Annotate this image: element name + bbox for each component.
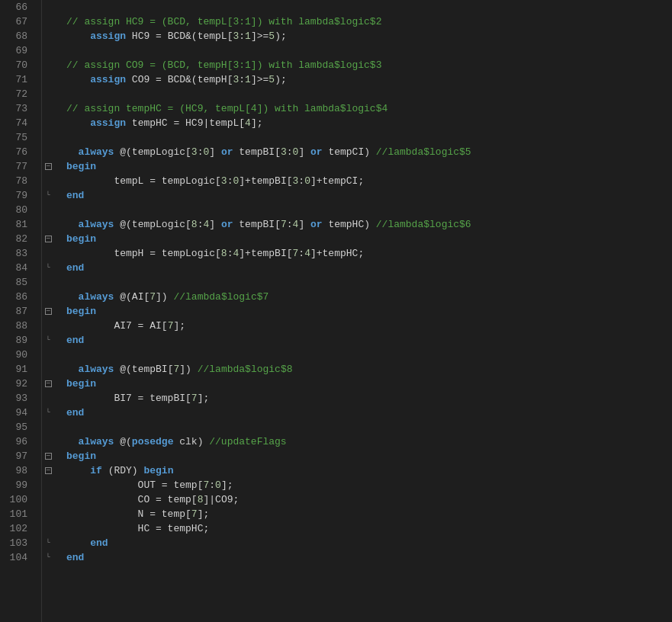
code-line (66, 203, 672, 217)
token-kw: begin (143, 463, 173, 478)
token-plain: [ (185, 145, 191, 159)
token-plain: [ (168, 362, 174, 377)
code-line: assign tempHC = HC9|tempL[4]; (66, 116, 672, 130)
token-kw: assign (90, 29, 126, 43)
fold-gutter-item[interactable]: − (42, 449, 54, 463)
code-editor: 6667686970717273747576777879808182838485… (0, 0, 672, 622)
token-num: 4 (203, 217, 209, 232)
token-plain: : (239, 72, 245, 87)
line-number: 71 (0, 72, 34, 87)
line-number: 75 (0, 130, 34, 145)
token-plain (66, 72, 90, 87)
token-num: 7 (191, 507, 198, 521)
code-line: end (66, 550, 672, 565)
line-number: 80 (0, 203, 34, 217)
token-num: 1 (245, 29, 251, 43)
fold-gutter-item (42, 14, 54, 29)
fold-gutter-item[interactable]: − (42, 377, 54, 391)
fold-gutter-item (42, 58, 54, 72)
code-line: N = temp[7]; (66, 507, 672, 521)
token-cmt: //lambda$logic$7 (173, 290, 268, 304)
line-number: 104 (0, 550, 34, 565)
code-line: end (66, 406, 672, 420)
code-line: tempH = tempLogic[8:4]+tempBI[7:4]+tempH… (66, 246, 672, 261)
token-plain: tempBI (233, 217, 275, 232)
fold-gutter-item (42, 521, 54, 536)
token-plain: tempCI) (323, 145, 376, 159)
token-num: 8 (191, 217, 198, 232)
token-plain: [ (275, 145, 281, 159)
token-plain (66, 463, 90, 478)
token-num: 8 (221, 246, 227, 261)
token-plain: : (227, 246, 233, 261)
code-line: always @(tempLogic[8:4] or tempBI[7:4] o… (66, 217, 672, 232)
fold-gutter-item (42, 507, 54, 521)
token-num: 3 (221, 174, 227, 188)
token-plain: : (227, 174, 233, 188)
token-plain: : (287, 145, 293, 159)
line-number: 97 (0, 449, 34, 463)
fold-gutter-item (42, 72, 54, 87)
fold-gutter-item[interactable]: − (42, 463, 54, 478)
code-line: assign CO9 = BCD&(tempH[3:1]>=5); (66, 72, 672, 87)
line-number: 99 (0, 478, 34, 492)
token-plain: : (298, 174, 304, 188)
token-kw: or (221, 145, 233, 159)
fold-gutter-item (42, 290, 54, 304)
token-plain: : (198, 217, 204, 232)
token-kw: always (79, 434, 114, 449)
token-num: 7 (168, 319, 174, 333)
token-plain: @(tempLogic (114, 145, 185, 159)
code-line: tempL = tempLogic[3:0]+tempBI[3:0]+tempC… (66, 174, 672, 188)
line-number: 77 (0, 159, 34, 174)
code-line: begin (66, 159, 672, 174)
token-kw: end (90, 536, 108, 550)
code-line (66, 43, 672, 58)
code-line: always @(AI[7]) //lambda$logic$7 (66, 290, 672, 304)
token-num: 3 (233, 29, 239, 43)
fold-gutter-item[interactable]: − (42, 304, 54, 319)
line-number: 73 (0, 101, 34, 116)
code-line: end (66, 188, 672, 203)
code-line: assign HC9 = BCD&(tempL[3:1]>=5); (66, 29, 672, 43)
line-number: 67 (0, 14, 34, 29)
token-cmt: //lambda$logic$5 (376, 145, 471, 159)
token-plain: @(tempBI (114, 362, 167, 377)
fold-gutter-item[interactable]: − (42, 159, 54, 174)
token-plain (66, 116, 90, 130)
token-num: 7 (281, 217, 287, 232)
token-plain: ] (251, 72, 257, 87)
token-plain: [ (185, 217, 191, 232)
token-op: >= (257, 72, 269, 87)
line-number: 85 (0, 275, 34, 290)
token-plain: AI7 = AI (66, 319, 162, 333)
line-number: 78 (0, 174, 34, 188)
token-kw: or (310, 217, 323, 232)
token-plain: CO9; (215, 492, 239, 507)
token-kw: posedge (132, 434, 174, 449)
token-num: 7 (150, 290, 156, 304)
token-num: 7 (173, 362, 179, 377)
code-line (66, 87, 672, 101)
fold-gutter-item: └ (42, 406, 54, 420)
token-plain: CO9 = BCD (126, 72, 185, 87)
token-kw: begin (66, 377, 96, 391)
line-number: 96 (0, 434, 34, 449)
token-plain: : (198, 145, 204, 159)
code-line: begin (66, 304, 672, 319)
code-line (66, 420, 672, 434)
line-number: 86 (0, 290, 34, 304)
token-plain: ]+tempHC; (310, 246, 364, 261)
token-num: 7 (203, 478, 209, 492)
token-plain: ]; (251, 116, 263, 130)
fold-gutter-item[interactable]: − (42, 232, 54, 246)
token-plain: [ (227, 29, 233, 43)
token-cmt: //lambda$logic$8 (198, 362, 293, 377)
token-plain: ]; (173, 319, 185, 333)
token-plain: [ (191, 492, 198, 507)
token-kw: begin (66, 232, 96, 246)
fold-gutter-item (42, 29, 54, 43)
token-kw: always (79, 290, 114, 304)
fold-gutter-item (42, 116, 54, 130)
token-plain: ] (209, 145, 221, 159)
